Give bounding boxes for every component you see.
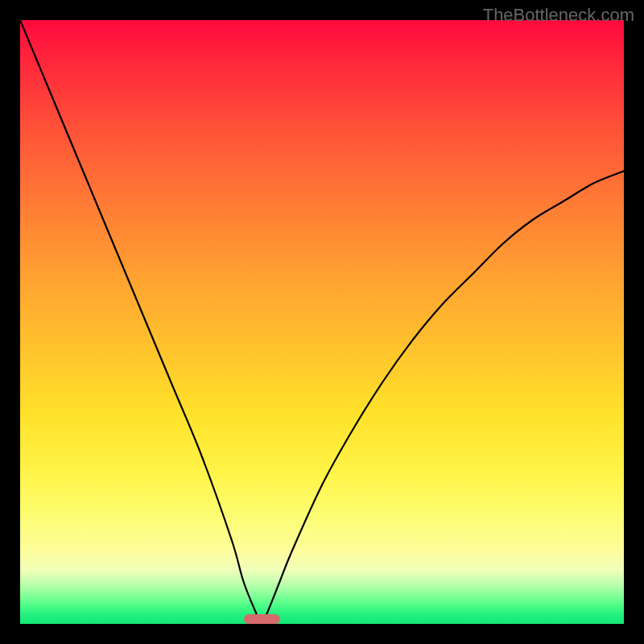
optimal-range-marker (244, 614, 280, 624)
bottleneck-curve-path (20, 20, 624, 624)
bottleneck-curve-svg (20, 20, 624, 624)
plot-area (20, 20, 624, 624)
watermark-text: TheBottleneck.com (483, 5, 634, 26)
